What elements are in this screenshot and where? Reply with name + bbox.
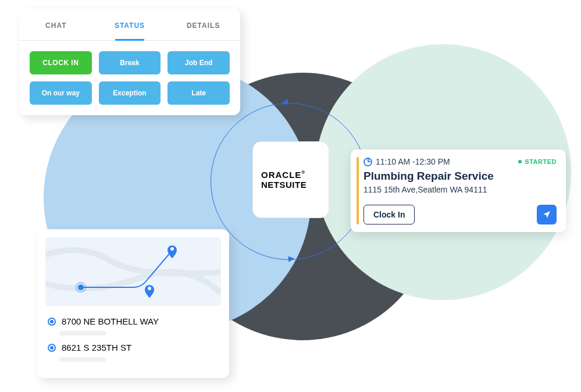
on-our-way-button[interactable]: On our way: [30, 81, 92, 105]
job-time: 11:10 AM -12:30 PM: [376, 157, 450, 166]
job-top-line: 11:10 AM -12:30 PM STARTED: [363, 157, 557, 166]
svg-point-1: [78, 284, 84, 290]
late-button[interactable]: Late: [167, 81, 230, 105]
svg-point-3: [148, 287, 151, 290]
job-address: 1115 15th Ave,Seatlem WA 94111: [363, 185, 557, 194]
exception-button[interactable]: Exception: [99, 81, 161, 105]
status-panel: CHAT STATUS DETAILS CLOCK IN Break Job E…: [19, 9, 240, 115]
clock-in-outline-button[interactable]: Clock In: [363, 205, 415, 224]
clock-icon: [363, 158, 372, 166]
logo-text-oracle: ORACLE®: [261, 170, 305, 180]
status-button-grid: CLOCK IN Break Job End On our way Except…: [19, 41, 240, 115]
placeholder-line: [59, 331, 106, 336]
integration-logo-card: ORACLE® NETSUITE: [253, 142, 329, 218]
tab-chat[interactable]: CHAT: [19, 9, 93, 40]
map-illustration: [45, 237, 221, 306]
job-end-button[interactable]: Job End: [167, 51, 230, 74]
route-address-item[interactable]: 8621 S 235TH ST: [45, 340, 221, 355]
orbit-arrow-icon: [288, 256, 295, 262]
route-address-item[interactable]: 8700 NE BOTHELL WAY: [45, 314, 221, 329]
route-address-text: 8621 S 235TH ST: [62, 343, 131, 352]
tab-details[interactable]: DETAILS: [166, 9, 240, 40]
route-card: 8700 NE BOTHELL WAY 8621 S 235TH ST: [37, 229, 229, 378]
map-preview: [45, 237, 221, 306]
job-title: Plumbing Repair Service: [363, 170, 557, 183]
status-tabs: CHAT STATUS DETAILS: [19, 9, 240, 41]
navigate-button[interactable]: [537, 205, 557, 224]
job-status-badge: STARTED: [518, 158, 557, 165]
radio-selected-icon: [48, 318, 56, 326]
logo-oracle-word: ORACLE: [261, 170, 301, 180]
logo-text-netsuite: NETSUITE: [261, 180, 306, 190]
navigation-arrow-icon: [542, 210, 551, 219]
radio-selected-icon: [48, 344, 56, 352]
registered-trademark-icon: ®: [301, 170, 305, 175]
job-card: 11:10 AM -12:30 PM STARTED Plumbing Repa…: [351, 149, 566, 232]
placeholder-line: [59, 357, 106, 362]
orbit-arrow-icon: [282, 99, 288, 106]
route-address-text: 8700 NE BOTHELL WAY: [62, 316, 159, 326]
clock-in-button[interactable]: CLOCK IN: [30, 51, 92, 74]
job-bottom-row: Clock In: [363, 205, 557, 224]
break-button[interactable]: Break: [99, 51, 161, 74]
tab-status[interactable]: STATUS: [93, 9, 167, 40]
svg-point-4: [170, 247, 174, 251]
